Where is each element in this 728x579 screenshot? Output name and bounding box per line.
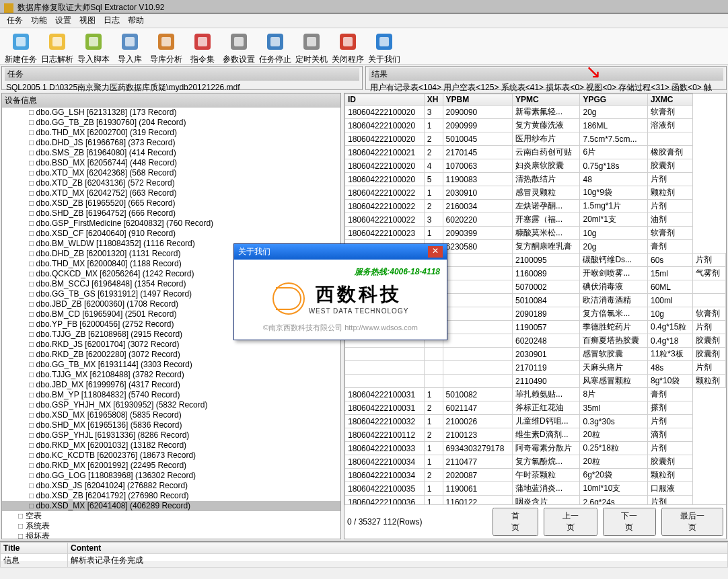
dialog-titlebar[interactable]: 关于我们 ✕ — [234, 244, 447, 260]
tree-item[interactable]: dbo.XSD_CF [62040640] (910 Record) — [2, 229, 340, 239]
table-row[interactable]: 18060422210002212030910感冒灵颗粒10g*9袋颗粒剂 — [345, 186, 726, 200]
grid-col-YPBM[interactable]: YPBM — [443, 94, 512, 106]
tool-about[interactable]: 关于我们 — [366, 31, 402, 61]
table-row[interactable]: 18060422210002032090090新霉素氟轻...20g软膏剂 — [345, 106, 726, 119]
table-row[interactable]: 18060422210003511190061蒲地蓝消炎...10ml*10支口… — [345, 482, 726, 496]
table-row[interactable]: 18060422210003126021147斧标正红花油35ml搽剂 — [345, 401, 726, 415]
tree-item[interactable]: dbo.XTD_ZB [62043136] (572 Record) — [2, 178, 340, 188]
cell: 新霉素氟轻... — [513, 106, 580, 119]
grid-col-YPMC[interactable]: YPMC — [513, 94, 580, 106]
cell — [443, 375, 512, 388]
menu-日志[interactable]: 日志 — [100, 14, 124, 26]
tool-close[interactable]: 关闭程序 — [330, 31, 366, 61]
grid-col-YPGG[interactable]: YPGG — [580, 94, 648, 106]
grid-col-JXMC[interactable]: JXMC — [647, 94, 692, 106]
menu-设置[interactable]: 设置 — [51, 14, 75, 26]
grid-col-ID[interactable]: ID — [345, 94, 425, 106]
tool-new[interactable]: 新建任务 — [3, 31, 39, 61]
tool-settings[interactable]: 参数设置 — [221, 31, 257, 61]
tree-item[interactable]: dbo.KC_KCDTB [62002376] (18673 Record) — [2, 451, 340, 461]
table-row[interactable]: 2030901感冒软胶囊11粒*3板胶囊剂 — [345, 348, 726, 361]
tree-item[interactable]: dbo.XSD_JS [62041024] (276882 Record) — [2, 481, 340, 491]
tree-item[interactable]: dbo.XTD_MX [62042368] (568 Record) — [2, 168, 340, 178]
table-row[interactable]: 18060422210002041070063妇炎康软胶囊0.75g*18s胶囊… — [345, 159, 726, 173]
tool-log[interactable]: 日志解析 — [39, 31, 75, 61]
table-row[interactable]: 18060422210003422020087午时茶颗粒6g*20袋颗粒剂 — [345, 469, 726, 482]
table-row[interactable]: 18060422210003212100026儿童维D钙咀...0.3g*30s… — [345, 415, 726, 428]
table-row[interactable]: 18060422210002025010045医用纱布片7.5cm*7.5cm.… — [345, 132, 726, 146]
tree-item[interactable]: dbo.DHD_JS [61966768] (373 Record) — [2, 138, 340, 148]
pager-next[interactable]: 下一页 — [603, 508, 657, 536]
menu-视图[interactable]: 视图 — [75, 14, 100, 26]
tool-import[interactable]: 导入脚本 — [75, 31, 112, 61]
cell: 20g — [580, 106, 648, 119]
table-row[interactable]: 18060422210003316934303279178阿奇霉素分散片0.25… — [345, 442, 726, 455]
table-row[interactable]: 18060422210002222160034左炔诺孕酮...1.5mg*1片片… — [345, 200, 726, 213]
tree-item[interactable]: dbo.XSD_ZB [61965520] (665 Record) — [2, 198, 340, 208]
tree-item[interactable]: dbo.GSP_FirstMedicine [62040832] (760 Re… — [2, 219, 340, 229]
svg-rect-17 — [307, 37, 316, 46]
tree-item[interactable]: dbo.SHD_ZB [61964752] (666 Record) — [2, 208, 340, 219]
menu-功能[interactable]: 功能 — [27, 14, 51, 26]
menu-帮助[interactable]: 帮助 — [124, 14, 148, 26]
cell: 开喉剑喷雾... — [580, 267, 648, 280]
table-row[interactable]: 18060422210003115010082荜扎赖氨贴...8片膏剂 — [345, 388, 726, 401]
pager-last[interactable]: 最后一页 — [661, 508, 723, 536]
tree-item[interactable]: dbo.XSD_ZB [62041792] (276980 Record) — [2, 491, 340, 501]
cell: 1 — [424, 227, 443, 240]
tree-item[interactable]: dbo.RKD_ZB [62002280] (3072 Record) — [2, 350, 340, 360]
cell — [443, 280, 512, 294]
table-row[interactable]: 18060422210002236020220开塞露（福...20ml*1支油剂 — [345, 213, 726, 227]
pager-first[interactable]: 首页 — [493, 508, 538, 536]
cell: 滴剂 — [647, 428, 692, 442]
tree-item[interactable]: dbo.JBD_MX [61999976] (4317 Record) — [2, 380, 340, 390]
tree-item[interactable]: dbo.GG_TB_ZB [61930760] (204 Record) — [2, 118, 340, 128]
tree-item[interactable]: dbo.RKD_JS [62001704] (3072 Record) — [2, 340, 340, 350]
tree-item[interactable]: dbo.SMS_ZB [61964080] (414 Record) — [2, 148, 340, 158]
tool-stop[interactable]: 任务停止 — [257, 31, 293, 61]
cell: 2110477 — [443, 455, 512, 469]
tree-category[interactable]: 空表 — [2, 511, 340, 521]
tree-item[interactable]: dbo.SHD_MX [61965136] (5836 Record) — [2, 420, 340, 430]
close-icon[interactable]: ✕ — [428, 246, 443, 258]
cell: 4 — [424, 159, 443, 173]
svg-rect-5 — [89, 37, 98, 46]
table-row[interactable]: 2170119天麻头痛片48s片剂 — [345, 361, 726, 375]
tree-item[interactable]: dbo.GSP_YHJL [61931336] (8286 Record) — [2, 430, 340, 440]
table-row[interactable]: 18060422210003412110477复方氯酚烷...20粒胶囊剂 — [345, 455, 726, 469]
table-row[interactable]: 2110490风寒感冒颗粒8g*10袋颗粒剂 — [345, 375, 726, 388]
grid-col-XH[interactable]: XH — [424, 94, 443, 106]
pager-prev[interactable]: 上一页 — [544, 508, 597, 536]
tree-item[interactable]: dbo.BM_YP [118084832] (5740 Record) — [2, 390, 340, 400]
tree-item[interactable]: dbo.TJJG_MX [62108488] (3782 Record) — [2, 370, 340, 380]
tree-item[interactable]: dbo.XSD_MX [62041408] (406289 Record) — [2, 501, 340, 511]
menu-任务[interactable]: 任务 — [3, 14, 27, 26]
svg-rect-11 — [198, 37, 207, 46]
tree-category[interactable]: 系统表 — [2, 521, 340, 531]
tree-item[interactable]: dbo.XSD_MX [61965808] (5835 Record) — [2, 410, 340, 420]
table-row[interactable]: 18060422210003611160122咽炎含片2.6g*24s片剂 — [345, 496, 726, 505]
tool-timer[interactable]: 定时关机 — [293, 31, 330, 61]
tree-item[interactable]: dbo.RKD_MX [62001992] (22495 Record) — [2, 461, 340, 471]
tree-item[interactable]: dbo.BSD_MX [62056744] (448 Record) — [2, 158, 340, 168]
tree-item[interactable]: dbo.XTD_MX [62042752] (663 Record) — [2, 188, 340, 198]
tool-analyze[interactable]: 导库分析 — [148, 31, 184, 61]
table-row[interactable]: 18060422210002051190083清热散结片48片剂 — [345, 173, 726, 186]
tree-category[interactable]: 损坏表 — [2, 531, 340, 539]
cell — [443, 294, 512, 307]
cell: 5070002 — [513, 280, 580, 294]
tree-item[interactable]: dbo.GSP_YHJH_MX [61930952] (5832 Record) — [2, 400, 340, 410]
table-row[interactable]: 18060422210002312090399糠酸莫米松...10g软膏剂 — [345, 227, 726, 240]
tree-item[interactable]: dbo.RKD_MX [62001032] (13182 Record) — [2, 440, 340, 451]
tree-item[interactable]: dbo.GG_LOG [118083968] (136302 Record) — [2, 471, 340, 481]
tree-item[interactable]: dbo.GG_LSH [62131328] (173 Record) — [2, 108, 340, 118]
tool-cmd[interactable]: 指令集 — [184, 31, 221, 61]
table-row[interactable]: 18060422210002122170145云南白药创可贴6片橡胶膏剂 — [345, 146, 726, 159]
table-row[interactable]: 18060422210011222100123维生素D滴剂...20粒滴剂 — [345, 428, 726, 442]
task-panel-header: 任务 — [5, 68, 359, 81]
tree-item[interactable]: dbo.GG_TB_MX [61931144] (3303 Record) — [2, 360, 340, 370]
tree-item[interactable]: dbo.THD_MX [62002700] (319 Record) — [2, 128, 340, 138]
cell: 10g*9袋 — [580, 186, 648, 200]
tool-db[interactable]: 导入库 — [112, 31, 148, 61]
table-row[interactable]: 18060422210002012090999复方黄藤洗液186ML溶液剂 — [345, 119, 726, 132]
